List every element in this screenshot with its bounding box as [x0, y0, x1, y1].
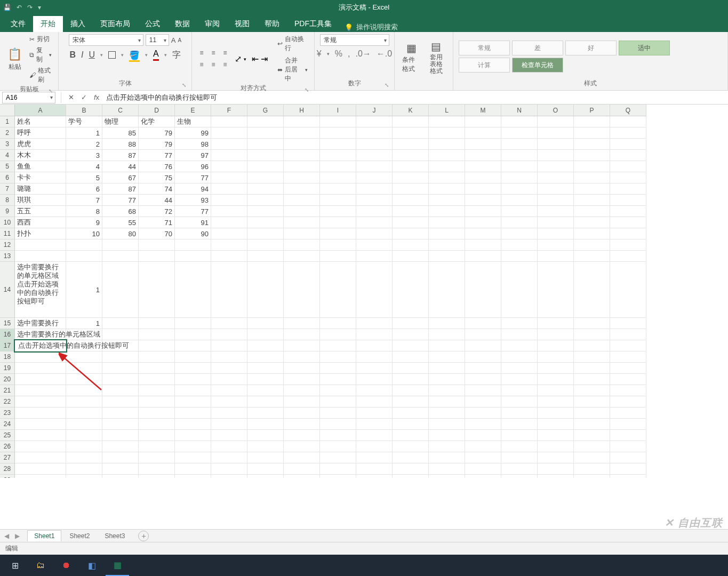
cell[interactable]	[429, 150, 465, 161]
cell[interactable]	[247, 452, 284, 463]
cell[interactable]	[429, 407, 465, 419]
cell[interactable]	[501, 127, 538, 139]
select-all-corner[interactable]	[0, 105, 15, 116]
cell[interactable]	[356, 116, 393, 127]
cell[interactable]	[429, 139, 465, 150]
cell[interactable]	[175, 374, 211, 385]
cell[interactable]	[175, 340, 211, 351]
confirm-edit-icon[interactable]: ✓	[77, 93, 90, 101]
paste-button[interactable]: 📋 粘贴	[4, 46, 25, 73]
cell[interactable]: 化学	[139, 116, 175, 127]
cell[interactable]	[429, 452, 465, 463]
row-header[interactable]: 22	[0, 396, 15, 407]
cell[interactable]	[610, 127, 646, 139]
cell[interactable]	[284, 340, 320, 351]
cell[interactable]: 75	[139, 172, 175, 183]
cell[interactable]	[247, 161, 284, 172]
cell[interactable]: 10	[66, 228, 102, 239]
cell[interactable]	[102, 419, 139, 430]
cell[interactable]	[429, 340, 465, 351]
cell[interactable]	[501, 318, 538, 329]
cell[interactable]	[320, 475, 356, 478]
cell[interactable]	[538, 363, 574, 374]
save-icon[interactable]: 💾	[3, 4, 11, 11]
cell[interactable]	[610, 251, 646, 262]
cell[interactable]	[102, 396, 139, 407]
cell[interactable]: 71	[139, 217, 175, 228]
cell[interactable]: 呼呼	[15, 127, 66, 139]
cell[interactable]	[247, 183, 284, 195]
cell[interactable]	[429, 251, 465, 262]
cell[interactable]	[356, 407, 393, 419]
cell[interactable]	[139, 374, 175, 385]
column-header[interactable]: A	[15, 105, 66, 116]
cell[interactable]	[175, 419, 211, 430]
cell[interactable]	[320, 419, 356, 430]
cell[interactable]	[574, 363, 610, 374]
cell[interactable]	[284, 228, 320, 239]
align-buttons[interactable]: ≡≡≡≡≡≡	[196, 48, 230, 70]
cell[interactable]	[574, 374, 610, 385]
cell[interactable]	[538, 139, 574, 150]
cell[interactable]	[320, 441, 356, 452]
cell[interactable]	[320, 116, 356, 127]
cell[interactable]	[284, 262, 320, 318]
formula-input[interactable]: 点击开始选项中的自动换行按钮即可	[103, 93, 728, 102]
row-header[interactable]: 10	[0, 217, 15, 228]
cell[interactable]	[247, 441, 284, 452]
row-header[interactable]: 23	[0, 407, 15, 419]
cell[interactable]	[211, 430, 247, 441]
cell[interactable]	[393, 318, 429, 329]
percent-icon[interactable]: %	[335, 49, 342, 59]
cell[interactable]	[66, 251, 102, 262]
cell[interactable]: 72	[139, 206, 175, 217]
column-header[interactable]: K	[393, 105, 429, 116]
cell[interactable]	[66, 475, 102, 478]
cell[interactable]	[211, 452, 247, 463]
cell[interactable]: 扑扑	[15, 228, 66, 239]
cell[interactable]	[139, 340, 175, 351]
cell[interactable]: 点击开始选项中的自动换行按钮即可	[15, 340, 66, 351]
cell[interactable]	[320, 340, 356, 351]
cell[interactable]	[320, 161, 356, 172]
dialog-launcher-icon[interactable]: ⤡	[385, 82, 389, 88]
accounting-icon[interactable]: ¥	[317, 49, 322, 59]
cell[interactable]	[356, 385, 393, 396]
cell[interactable]	[393, 340, 429, 351]
cell[interactable]	[610, 183, 646, 195]
copy-button[interactable]: ⧉复制▾	[27, 45, 54, 65]
file-explorer-icon[interactable]: 🗂	[29, 555, 52, 576]
cell[interactable]	[501, 206, 538, 217]
cell[interactable]	[175, 363, 211, 374]
cell[interactable]	[211, 228, 247, 239]
cell[interactable]	[610, 340, 646, 351]
cell[interactable]	[211, 363, 247, 374]
cell[interactable]	[320, 127, 356, 139]
sheet-nav-icon[interactable]: ◀ ▶	[4, 532, 22, 540]
cell[interactable]	[465, 172, 501, 183]
cell[interactable]	[211, 407, 247, 419]
cell[interactable]	[102, 351, 139, 363]
start-button[interactable]: ⊞	[3, 555, 27, 576]
cell[interactable]: 8	[66, 206, 102, 217]
cell[interactable]	[247, 116, 284, 127]
cell[interactable]	[15, 463, 66, 475]
cell[interactable]	[15, 251, 66, 262]
cell[interactable]	[574, 195, 610, 206]
wrap-text-button[interactable]: ↩自动换行	[275, 34, 310, 53]
worksheet-grid[interactable]: ABCDEFGHIJKLMNOPQ 1234567891011121314151…	[0, 105, 728, 478]
cell[interactable]	[501, 262, 538, 318]
style-calc[interactable]: 计算	[459, 58, 510, 73]
cell[interactable]: 67	[102, 172, 139, 183]
cell[interactable]	[501, 172, 538, 183]
row-header[interactable]: 21	[0, 385, 15, 396]
cell[interactable]	[465, 318, 501, 329]
column-header[interactable]: I	[320, 105, 356, 116]
cell[interactable]	[501, 340, 538, 351]
sheet-tab[interactable]: Sheet2	[62, 530, 97, 541]
cell[interactable]	[15, 363, 66, 374]
cell[interactable]	[393, 441, 429, 452]
cell[interactable]	[66, 463, 102, 475]
cell[interactable]	[574, 396, 610, 407]
cell[interactable]	[211, 441, 247, 452]
